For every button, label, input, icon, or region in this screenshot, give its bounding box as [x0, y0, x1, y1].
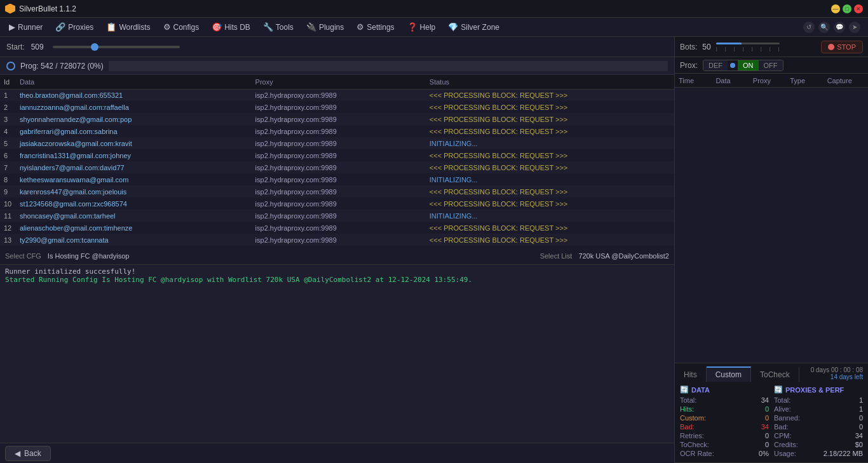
cell-status: <<< PROCESSING BLOCK: REQUEST >>> — [426, 89, 674, 101]
history-button[interactable]: ↺ — [803, 22, 815, 33]
table-row: 10st1234568@gmail.com:zxc968574isp2.hydr… — [0, 198, 674, 210]
configs-icon: ⚙ — [163, 22, 171, 32]
cell-data: nyislanders7@gmail.com:david77 — [16, 161, 252, 173]
cell-proxy: isp2.hydraproxy.com:9989 — [252, 198, 426, 210]
stat-bad-key: Bad: — [680, 423, 695, 431]
menu-help[interactable]: ❓ Help — [401, 20, 442, 34]
back-button[interactable]: ◀ Back — [5, 446, 51, 461]
cell-data: gabriferrari@gmail.com:sabrina — [16, 125, 252, 137]
slider-thumb[interactable] — [91, 43, 98, 51]
menu-silver-zone-label: Silver Zone — [461, 23, 499, 32]
proxy-credits-val: $0 — [855, 441, 863, 448]
cell-proxy: isp2.hydraproxy.com:9989 — [252, 222, 426, 234]
select-list-value: 720k USA @DailyCombolist2 — [578, 252, 669, 260]
menu-wordlists[interactable]: 📋 Wordlists — [100, 20, 156, 34]
table-row: 2iannuzzoanna@gmail.com:raffaellaisp2.hy… — [0, 101, 674, 113]
tools-icon: 🔧 — [263, 22, 273, 32]
proxy-alive-key: Alive: — [774, 405, 791, 413]
menu-hitsdb-label: Hits DB — [224, 23, 250, 32]
start-slider[interactable] — [53, 46, 180, 48]
col-id: Id — [0, 75, 16, 89]
table-row: 9karenross447@gmail.com:joelouisisp2.hyd… — [0, 185, 674, 198]
menu-hitsdb[interactable]: 🎯 Hits DB — [205, 20, 257, 34]
help-icon: ❓ — [407, 22, 417, 32]
col-proxy: Proxy — [252, 75, 426, 89]
table-row: 8ketheeswaransuwarna@gmail.comisp2.hydra… — [0, 173, 674, 185]
runner-icon: ▶ — [9, 22, 15, 32]
cell-status: <<< PROCESSING BLOCK: REQUEST >>> — [426, 198, 674, 210]
tab-custom[interactable]: Custom — [707, 366, 751, 382]
minimize-button[interactable]: — — [831, 4, 840, 13]
log-area: Runner initialized succesfully! Started … — [0, 265, 674, 443]
close-button[interactable]: ✕ — [854, 4, 863, 13]
menu-plugins-label: Plugins — [319, 23, 344, 32]
stat-tocheck-row: ToCheck: 0 — [680, 441, 769, 448]
results-col-proxy: Proxy — [753, 77, 790, 84]
table-row: 6francristina1331@gmail.com:johneyisp2.h… — [0, 149, 674, 161]
stat-bad-val: 34 — [761, 423, 769, 431]
bots-slider-track[interactable] — [716, 43, 780, 44]
proxy-def-option[interactable]: DEF — [703, 60, 728, 70]
proxy-toggle-group: DEF ON OFF — [703, 60, 783, 71]
proxy-label: Prox: — [680, 61, 698, 70]
proxy-cpm-key: CPM: — [774, 432, 792, 440]
results-col-capture: Capture — [827, 77, 864, 84]
menu-settings[interactable]: ⚙ Settings — [350, 20, 400, 34]
cell-data: ketheeswaransuwarna@gmail.com — [16, 173, 252, 185]
menu-runner[interactable]: ▶ Runner — [3, 20, 49, 34]
proxy-credits-row: Credits: $0 — [774, 441, 863, 448]
tab-tocheck[interactable]: ToCheck — [751, 366, 799, 382]
menu-settings-label: Settings — [367, 23, 394, 32]
menu-configs[interactable]: ⚙ Configs — [157, 20, 206, 34]
bots-value: 50 — [702, 43, 710, 51]
proxy-stats-col: 🔄 PROXIES & PERF Total: 1 Alive: 1 Banne… — [774, 386, 863, 459]
left-panel: Start: 509 Prog: 542 / 728072 (0%) Id Da… — [0, 37, 674, 463]
proxy-cpm-row: CPM: 34 — [774, 432, 863, 440]
results-area — [675, 88, 868, 363]
chat-button[interactable]: 💬 — [834, 22, 845, 33]
menu-proxies[interactable]: 🔗 Proxies — [49, 20, 100, 34]
cell-proxy: isp2.hydraproxy.com:9989 — [252, 125, 426, 137]
search-button[interactable]: 🔍 — [818, 22, 830, 33]
proxy-on-option[interactable]: ON — [738, 60, 759, 70]
timer-display: 0 days 00 : 00 : 08 14 days left — [806, 365, 868, 382]
proxies-icon: 🔗 — [55, 22, 65, 32]
table-header-row: Id Data Proxy Status — [0, 75, 674, 89]
main-area: Start: 509 Prog: 542 / 728072 (0%) Id Da… — [0, 37, 868, 463]
select-cfg-label: Select CFG — [5, 252, 41, 260]
menu-tools[interactable]: 🔧 Tools — [257, 20, 300, 34]
menu-help-label: Help — [420, 23, 436, 32]
proxy-stats-title: 🔄 PROXIES & PERF — [774, 386, 863, 394]
cell-proxy: isp2.hydraproxy.com:9989 — [252, 185, 426, 198]
proxy-off-option[interactable]: OFF — [759, 60, 783, 70]
cell-proxy: isp2.hydraproxy.com:9989 — [252, 101, 426, 113]
cell-data: karenross447@gmail.com:joelouis — [16, 185, 252, 198]
cell-status: INITIALIZING... — [426, 210, 674, 222]
log-line-2: Started Running Config Is Hosting FC @ha… — [5, 276, 669, 284]
table-row: 1theo.braxton@gmail.com:655321isp2.hydra… — [0, 89, 674, 101]
table-row: 3shyonnahernandez@gmail.com:popisp2.hydr… — [0, 113, 674, 125]
cell-status: <<< PROCESSING BLOCK: REQUEST >>> — [426, 222, 674, 234]
table-row: 12alienaschober@gmail.com:timhenzeisp2.h… — [0, 222, 674, 234]
stop-button[interactable]: STOP — [821, 41, 863, 53]
proxy-toggle-dot — [730, 63, 735, 68]
menu-plugins[interactable]: 🔌 Plugins — [300, 20, 350, 34]
send-button[interactable]: ➤ — [849, 22, 860, 33]
back-row: ◀ Back — [0, 443, 674, 463]
app-icon — [5, 4, 15, 14]
menu-silver-zone[interactable]: 💎 Silver Zone — [442, 20, 506, 34]
cell-status: <<< PROCESSING BLOCK: REQUEST >>> — [426, 246, 674, 248]
cell-id: 5 — [0, 137, 16, 149]
cell-status: INITIALIZING... — [426, 137, 674, 149]
proxy-usage-row: Usage: 2.18/222 MB — [774, 450, 863, 457]
menu-runner-label: Runner — [18, 23, 43, 32]
wordlists-icon: 📋 — [106, 22, 116, 32]
cell-status: <<< PROCESSING BLOCK: REQUEST >>> — [426, 125, 674, 137]
stat-hits-val: 0 — [765, 405, 769, 413]
proxy-bad-row: Bad: 0 — [774, 423, 863, 431]
stat-retries-key: Retries: — [680, 432, 704, 440]
stat-ocrrate-row: OCR Rate: 0% — [680, 450, 769, 457]
maximize-button[interactable]: □ — [843, 4, 851, 13]
tab-hits[interactable]: Hits — [675, 366, 707, 382]
back-label: Back — [24, 449, 41, 458]
